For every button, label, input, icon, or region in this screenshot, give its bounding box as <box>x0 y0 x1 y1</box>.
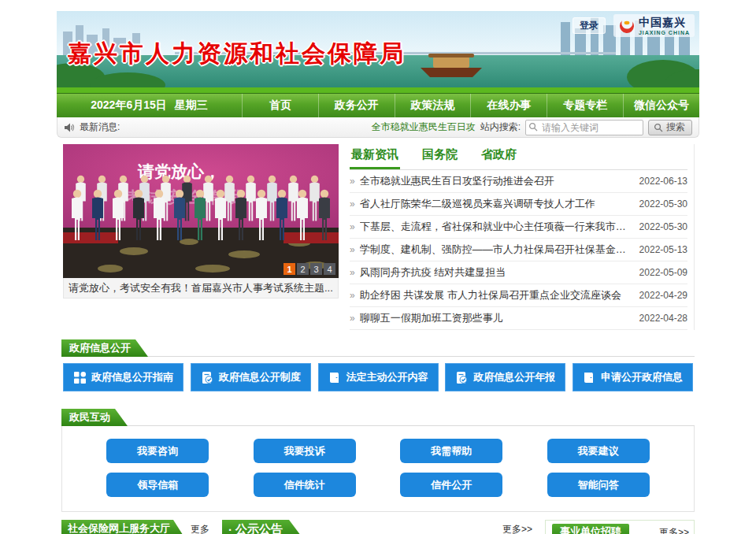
tab-state-council[interactable]: 国务院 <box>421 144 459 169</box>
consult-button[interactable]: 我要咨询 <box>106 439 209 463</box>
nav-date: 2022年6月15日 星期三 <box>57 94 242 117</box>
gov-info-section: 政府信息公开 政府信息公开指南 政府信息公开制度 <box>57 339 699 399</box>
need-help-button[interactable]: 我需帮助 <box>400 439 502 463</box>
speaker-icon <box>64 122 75 133</box>
main-nav: 2022年6月15日 星期三 首页 政务公开 政策法规 在线办事 专题专栏 微信… <box>57 93 699 117</box>
notices-more-link[interactable]: 更多>> <box>502 523 532 534</box>
letter-disclosure-button[interactable]: 信件公开 <box>400 473 502 497</box>
news-date: 2022-05-30 <box>639 198 687 210</box>
search-button-icon <box>654 123 663 132</box>
nav-item-policies[interactable]: 政策法规 <box>395 94 471 117</box>
pager-dot-2[interactable]: 2 <box>297 263 309 275</box>
recruitment-title: 事业单位招聘 <box>552 524 629 534</box>
nav-item-wechat[interactable]: 微信公众号 <box>623 94 699 117</box>
tab-latest-news[interactable]: 最新资讯 <box>350 144 400 169</box>
page-container: 嘉兴市人力资源和社会保障局 登录 中国嘉兴 JIAXING CHINA 2022… <box>57 0 699 534</box>
recruitment-more-link[interactable]: 更多>> <box>659 526 689 534</box>
leader-mailbox-button[interactable]: 领导信箱 <box>106 473 209 497</box>
news-date: 2022-06-13 <box>639 176 687 187</box>
notices-panel: · 公示公告 更多>> » 关于设立嘉善技工学校的公示 2022-05-18 »… <box>222 520 532 534</box>
carousel-caption[interactable]: 请党放心，考试安全有我！首届嘉兴市人事考试系统主题... <box>63 278 339 299</box>
site-title: 嘉兴市人力资源和社会保障局 <box>68 38 406 70</box>
news-item[interactable]: » 聊聊五一假期加班工资那些事儿 2022-04-28 <box>350 307 687 330</box>
double-arrow-bullet-icon: » <box>350 198 355 210</box>
nav-item-special-topics[interactable]: 专题专栏 <box>547 94 623 117</box>
news-ticker-bar: 最新消息: 全市稳就业惠民生百日攻 站内搜索: 搜索 <box>57 117 699 138</box>
site-search-label: 站内搜索: <box>480 121 521 134</box>
news-date: 2022-05-09 <box>639 267 687 278</box>
social-insurance-panel: 社会保险网上服务大厅 更多 个人(单位)社保证明打印 办事指南 <box>61 520 209 534</box>
logo-text-en: JIAXING CHINA <box>639 30 690 35</box>
statutory-disclosure-button[interactable]: 法定主动公开内容 <box>318 363 439 391</box>
pager-dot-3[interactable]: 3 <box>310 263 322 275</box>
news-item[interactable]: » 下基层、走流程，省社保和就业中心主任项薇一行来我市调研“国统”上线情况 20… <box>350 216 687 239</box>
gov-info-system-button[interactable]: 政府信息公开制度 <box>191 363 311 391</box>
gov-info-section-title: 政府信息公开 <box>61 339 148 357</box>
gov-info-guide-button[interactable]: 政府信息公开指南 <box>63 363 183 391</box>
search-input[interactable] <box>525 120 643 135</box>
ticker-label: 最新消息: <box>80 121 120 134</box>
logo-text-cn: 中国嘉兴 <box>639 16 690 30</box>
ticker-scroll-text[interactable]: 全市稳就业惠民生百日攻 <box>372 121 476 134</box>
news-item[interactable]: » 风雨同舟齐抗疫 结对共建显担当 2022-05-09 <box>350 261 687 284</box>
nav-item-gov-affairs[interactable]: 政务公开 <box>318 94 395 117</box>
book-icon <box>583 371 596 384</box>
nav-item-online-services[interactable]: 在线办事 <box>470 94 547 117</box>
tab-provincial-gov[interactable]: 省政府 <box>480 144 518 169</box>
suggestion-button[interactable]: 我要建议 <box>547 439 650 463</box>
news-tabs: 最新资讯 国务院 省政府 <box>350 144 687 170</box>
gov-info-buttons: 政府信息公开指南 政府信息公开制度 法定主动公开内容 <box>61 357 695 399</box>
double-arrow-bullet-icon: » <box>350 267 355 278</box>
doc-check-icon <box>455 371 469 384</box>
interaction-section-title: 政民互动 <box>61 409 128 426</box>
carousel-pager: 1 2 3 4 <box>284 263 335 275</box>
news-date: 2022-04-29 <box>639 290 687 301</box>
header-banner: 嘉兴市人力资源和社会保障局 登录 中国嘉兴 JIAXING CHINA <box>57 11 699 93</box>
pager-dot-4[interactable]: 4 <box>324 263 335 275</box>
news-date: 2022-05-13 <box>639 244 687 255</box>
book-icon <box>328 371 342 384</box>
notices-title: · 公示公告 <box>222 520 303 534</box>
letter-statistics-button[interactable]: 信件统计 <box>254 473 356 497</box>
search-icon <box>528 122 538 132</box>
login-button[interactable]: 登录 <box>573 17 606 34</box>
news-date: 2022-04-28 <box>639 313 687 324</box>
carousel-photo[interactable]: 请党放心， 考试安全有我 <box>63 144 339 278</box>
doc-check-icon <box>201 371 214 384</box>
jiaxing-logo[interactable]: 中国嘉兴 JIAXING CHINA <box>613 14 695 37</box>
social-insurance-title: 社会保险网上服务大厅 <box>61 520 184 534</box>
pager-dot-1[interactable]: 1 <box>284 263 295 275</box>
jiaxing-logo-icon <box>618 17 636 35</box>
double-arrow-bullet-icon: » <box>350 313 355 324</box>
nav-item-home[interactable]: 首页 <box>242 94 318 117</box>
social-insurance-more-link[interactable]: 更多 <box>191 523 209 534</box>
search-button[interactable]: 搜索 <box>648 120 692 135</box>
grid-icon <box>73 371 87 384</box>
news-list: » 全市稳就业惠民生百日攻坚行动推进会召开 2022-06-13 » 省人社厅陈… <box>350 170 687 330</box>
double-arrow-bullet-icon: » <box>350 290 355 301</box>
gov-info-annual-report-button[interactable]: 政府信息公开年报 <box>445 363 565 391</box>
smart-qa-button[interactable]: 智能问答 <box>547 473 650 497</box>
double-arrow-bullet-icon: » <box>350 221 355 232</box>
photo-carousel: 请党放心， 考试安全有我 <box>63 144 339 330</box>
news-date: 2022-05-30 <box>639 221 687 232</box>
news-item[interactable]: » 助企纾困 共谋发展 市人力社保局召开重点企业交流座谈会 2022-04-29 <box>350 284 687 307</box>
news-item[interactable]: » 全市稳就业惠民生百日攻坚行动推进会召开 2022-06-13 <box>350 170 687 193</box>
interaction-buttons: 我要咨询 我要投诉 我需帮助 我要建议 领导信箱 信件统计 信件公开 智能问答 <box>62 426 694 511</box>
news-panel: 最新资讯 国务院 省政府 » 全市稳就业惠民生百日攻坚行动推进会召开 2022-… <box>350 144 695 330</box>
interaction-section: 政民互动 我要咨询 我要投诉 我需帮助 我要建议 领导信箱 信件统计 信件公开 … <box>57 409 699 512</box>
double-arrow-bullet-icon: » <box>350 176 355 187</box>
double-arrow-bullet-icon: » <box>350 244 355 255</box>
request-disclosure-button[interactable]: 申请公开政府信息 <box>573 363 693 391</box>
recruitment-panel: 事业单位招聘 更多>> • 嘉兴市妇幼保健院2022年公开... • 2022年… <box>545 520 695 534</box>
complaint-button[interactable]: 我要投诉 <box>254 439 356 463</box>
news-item[interactable]: » 学制度、建机制、强防控——市人力社保局召开社保基金要情专题学习会 2022-… <box>350 239 687 261</box>
carousel-photo-image: 请党放心， 考试安全有我 <box>63 144 339 278</box>
news-item[interactable]: » 省人社厅陈荣华二级巡视员来嘉兴调研专技人才工作 2022-05-30 <box>350 193 687 216</box>
